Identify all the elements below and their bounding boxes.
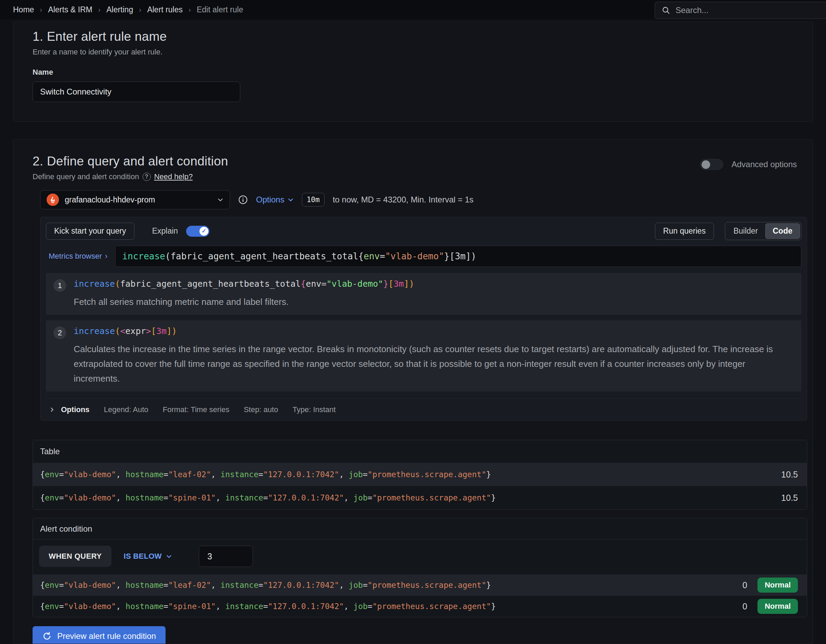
step2-subtitle: Define query and alert condition ? Need … xyxy=(33,172,228,181)
breadcrumb-separator: › xyxy=(188,6,191,14)
metrics-browser-button[interactable]: Metrics browser › xyxy=(46,252,115,261)
series-labels: {env="vlab-demo", hostname="leaf-02", in… xyxy=(40,470,491,479)
option-legend: Legend: Auto xyxy=(104,405,148,414)
explain-panel: 1 increase(fabric_agent_agent_heartbeats… xyxy=(46,273,801,392)
explain-label: Explain xyxy=(152,226,178,236)
kickstart-button[interactable]: Kick start your query xyxy=(46,223,134,240)
toggle-knob-check: ✓ xyxy=(199,227,208,236)
series-value: 0 xyxy=(742,580,747,590)
table-panel-title: Table xyxy=(33,440,807,463)
breadcrumb-separator: › xyxy=(98,6,101,14)
table-row: {env="vlab-demo", hostname="spine-01", i… xyxy=(33,486,807,509)
code-tab[interactable]: Code xyxy=(765,223,800,239)
sync-icon xyxy=(42,631,52,641)
table-row: {env="vlab-demo", hostname="leaf-02", in… xyxy=(33,463,807,486)
breadcrumb-separator: › xyxy=(40,6,42,14)
query-options-label: Options xyxy=(256,195,284,204)
range-summary: to now, MD = 43200, Min. Interval = 1s xyxy=(333,195,474,204)
alert-name-input[interactable]: Switch Connectivity xyxy=(33,82,240,102)
help-icon: ? xyxy=(143,173,151,181)
name-label: Name xyxy=(33,68,793,77)
breadcrumb-home[interactable]: Home xyxy=(13,5,34,14)
explain-item-1: 1 increase(fabric_agent_agent_heartbeats… xyxy=(46,273,801,315)
condition-row: {env="vlab-demo", hostname="spine-01", i… xyxy=(33,596,807,617)
interval-badge[interactable]: 10m xyxy=(302,193,324,207)
step1-section: 1. Enter alert rule name Enter a name to… xyxy=(13,22,813,122)
option-format: Format: Time series xyxy=(163,405,229,414)
search-icon xyxy=(661,6,671,15)
step2-section: 2. Define query and alert condition Defi… xyxy=(13,139,813,644)
explain-toggle[interactable]: ✓ xyxy=(186,226,210,237)
step2-title: 2. Define query and alert condition xyxy=(33,154,228,169)
query-options-row: Options Legend: Auto Format: Time series… xyxy=(46,398,801,420)
explain-description: Calculates the increase in the time seri… xyxy=(74,342,794,386)
top-nav-bar: Home › Alerts & IRM › Alerting › Alert r… xyxy=(0,0,826,19)
step2-subtitle-text: Define query and alert condition xyxy=(33,172,139,181)
series-labels: {env="vlab-demo", hostname="spine-01", i… xyxy=(40,493,495,502)
operator-label: IS BELOW xyxy=(124,552,162,561)
series-value: 10.5 xyxy=(781,493,798,503)
preview-button-label: Preview alert rule condition xyxy=(57,631,156,641)
condition-row: {env="vlab-demo", hostname="leaf-02", in… xyxy=(33,574,807,596)
advanced-options-label: Advanced options xyxy=(731,159,797,169)
search-input[interactable]: Search... xyxy=(655,2,826,19)
explain-code: increase(fabric_agent_agent_heartbeats_t… xyxy=(74,279,415,289)
chevron-down-icon xyxy=(166,553,172,559)
alert-condition-title: Alert condition xyxy=(33,518,807,540)
threshold-input[interactable]: 3 xyxy=(199,546,253,567)
state-badge-normal: Normal xyxy=(758,577,798,593)
query-editor-card: Kick start your query Explain ✓ Run quer… xyxy=(40,217,807,421)
series-value: 10.5 xyxy=(781,470,798,480)
editor-mode-switch: Builder Code xyxy=(725,222,801,240)
metrics-browser-label: Metrics browser xyxy=(49,252,102,261)
step1-subtitle: Enter a name to identify your alert rule… xyxy=(33,48,793,57)
builder-tab[interactable]: Builder xyxy=(726,224,765,238)
operator-select[interactable]: IS BELOW xyxy=(124,552,172,561)
alert-condition-controls: WHEN QUERY IS BELOW 3 xyxy=(33,540,807,574)
query-options-button[interactable]: Options xyxy=(256,195,294,204)
toggle-knob xyxy=(702,160,710,169)
series-value: 0 xyxy=(742,602,747,611)
promql-input[interactable]: increase(fabric_agent_agent_heartbeats_t… xyxy=(115,246,801,267)
advanced-options-toggle[interactable] xyxy=(700,159,723,170)
breadcrumb-alert-rules[interactable]: Alert rules xyxy=(147,5,183,14)
options-expander[interactable]: Options xyxy=(49,405,90,414)
explain-description: Fetch all series matching metric name an… xyxy=(74,294,415,309)
search-placeholder: Search... xyxy=(675,6,708,15)
chevron-down-icon xyxy=(287,197,294,203)
datasource-name: grafanacloud-hhdev-prom xyxy=(65,195,155,204)
breadcrumb-separator: › xyxy=(139,6,141,14)
alert-name-value: Switch Connectivity xyxy=(40,87,112,97)
breadcrumb-alerting[interactable]: Alerting xyxy=(106,5,133,14)
when-query-pill: WHEN QUERY xyxy=(39,546,112,567)
alert-condition-panel: Alert condition WHEN QUERY IS BELOW 3 {e… xyxy=(33,518,807,617)
chevron-right-icon: › xyxy=(105,252,107,261)
option-step: Step: auto xyxy=(244,405,278,414)
info-icon[interactable] xyxy=(238,195,248,204)
series-labels: {env="vlab-demo", hostname="leaf-02", in… xyxy=(40,581,491,590)
explain-code: increase(<expr>[3m]) xyxy=(74,326,794,337)
step-number-badge: 2 xyxy=(53,327,66,339)
options-label: Options xyxy=(61,405,90,414)
query-area: grafanacloud-hhdev-prom Options 10m to n… xyxy=(40,190,807,421)
breadcrumb: Home › Alerts & IRM › Alerting › Alert r… xyxy=(13,5,243,14)
step-number-badge: 1 xyxy=(53,279,66,292)
breadcrumb-alerts-irm[interactable]: Alerts & IRM xyxy=(48,5,92,14)
breadcrumb-current: Edit alert rule xyxy=(197,5,243,14)
preview-button[interactable]: Preview alert rule condition xyxy=(33,626,166,644)
explain-item-2: 2 increase(<expr>[3m]) Calculates the in… xyxy=(46,320,801,392)
table-panel: Table {env="vlab-demo", hostname="leaf-0… xyxy=(33,440,807,510)
state-badge-normal: Normal xyxy=(758,599,798,614)
chevron-right-icon xyxy=(49,407,55,412)
prometheus-icon xyxy=(47,194,59,206)
chevron-down-icon xyxy=(217,197,224,203)
option-type: Type: Instant xyxy=(292,405,335,414)
run-queries-button[interactable]: Run queries xyxy=(655,223,714,240)
datasource-picker[interactable]: grafanacloud-hhdev-prom xyxy=(40,190,230,209)
alert-rule-editor-page: Home › Alerts & IRM › Alerting › Alert r… xyxy=(0,0,826,644)
series-labels: {env="vlab-demo", hostname="spine-01", i… xyxy=(40,602,495,611)
need-help-link[interactable]: Need help? xyxy=(154,172,193,181)
step1-title: 1. Enter alert rule name xyxy=(33,29,793,44)
